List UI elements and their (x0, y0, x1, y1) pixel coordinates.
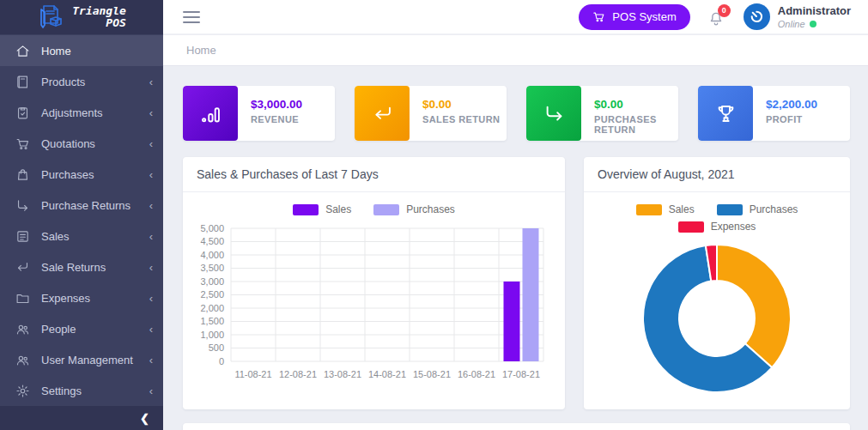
stat-card-purchases-return: $0.00 PURCHASES RETURN (526, 86, 678, 141)
topbar-right: POS System 0 Administrator Online (579, 3, 851, 30)
sidebar-item-purchases[interactable]: Purchases ‹ (0, 159, 163, 190)
bottom-card-partial (183, 423, 850, 430)
stat-card-profit: $2,200.00 PROFIT (698, 86, 850, 141)
chevron-left-icon: ‹ (149, 261, 153, 274)
legend-item-purchases[interactable]: Purchases (373, 203, 455, 215)
dashboard-page: Triangle POS Home Products ‹ Adjustments… (0, 0, 868, 430)
stat-value: $2,200.00 (766, 98, 817, 111)
sidebar-item-label: Home (41, 45, 153, 58)
main-content: $3,000.00 REVENUE $0.00 SALES RETURN $ (163, 66, 868, 430)
sidebar-item-label: Adjustments (41, 106, 149, 119)
folder-icon (15, 291, 30, 306)
donut-chart-svg (597, 236, 837, 401)
sidebar-collapse-toggle[interactable]: ❮ (0, 406, 163, 430)
stat-card-revenue: $3,000.00 REVENUE (183, 86, 335, 141)
overview-chart-card: Overview of August, 2021 Sales Purchases (584, 157, 850, 409)
legend-item-sales[interactable]: Sales (293, 203, 351, 215)
user-name: Administrator (778, 4, 851, 18)
chart-card-header: Overview of August, 2021 (584, 157, 850, 192)
topbar: POS System 0 Administrator Online (163, 0, 868, 34)
stat-label: SALES RETURN (422, 114, 500, 124)
legend-item-expenses[interactable]: Expenses (678, 221, 756, 233)
sidebar-item-purchase-returns[interactable]: Purchase Returns ‹ (0, 190, 163, 221)
sidebar-item-quotations[interactable]: Quotations ‹ (0, 128, 163, 159)
sidebar-item-people[interactable]: People ‹ (0, 313, 163, 344)
sidebar-item-label: Products (41, 76, 149, 88)
hamburger-menu-icon[interactable] (183, 8, 200, 27)
svg-text:2,500: 2,500 (200, 289, 224, 300)
cart-icon (15, 136, 30, 151)
sidebar-item-label: User Management (41, 354, 149, 366)
bar-chart-icon (183, 86, 238, 141)
sidebar-item-sale-returns[interactable]: Sale Returns ‹ (0, 251, 163, 282)
svg-text:17-08-21: 17-08-21 (502, 369, 540, 379)
svg-text:3,000: 3,000 (200, 276, 224, 287)
sidebar-nav: Home Products ‹ Adjustments ‹ Quotations… (0, 35, 163, 406)
sidebar: Triangle POS Home Products ‹ Adjustments… (0, 0, 163, 430)
sidebar-item-label: Sale Returns (41, 261, 149, 274)
chart-title: Sales & Purchases of Last 7 Days (197, 167, 379, 181)
pos-system-button[interactable]: POS System (579, 4, 689, 30)
sidebar-item-label: Settings (41, 385, 149, 397)
chart-title: Overview of August, 2021 (598, 167, 735, 181)
sidebar-item-user-management[interactable]: User Management ‹ (0, 344, 163, 375)
power-icon (745, 5, 768, 28)
arrow-return-right-icon (15, 198, 30, 213)
user-info: Administrator Online (778, 4, 851, 28)
svg-text:13-08-21: 13-08-21 (324, 369, 361, 379)
sidebar-item-sales[interactable]: Sales ‹ (0, 221, 163, 251)
chevron-left-icon: ‹ (149, 137, 153, 150)
sidebar-item-label: Quotations (41, 137, 149, 150)
bar-chart-svg: 05001,0001,5002,0002,5003,0003,5004,0004… (190, 217, 550, 394)
arrow-return-left-icon (15, 260, 30, 275)
svg-text:0: 0 (219, 356, 224, 366)
sidebar-item-label: People (41, 323, 149, 336)
svg-text:11-08-21: 11-08-21 (234, 369, 271, 379)
home-icon (15, 44, 30, 58)
logo[interactable]: Triangle POS (0, 0, 163, 34)
clipboard-icon (15, 106, 30, 120)
invoice-icon (15, 229, 30, 244)
svg-text:2,000: 2,000 (200, 303, 224, 313)
stat-label: PROFIT (766, 114, 817, 124)
user-status: Online (778, 19, 851, 29)
legend-swatch (636, 204, 662, 215)
svg-text:12-08-21: 12-08-21 (279, 369, 317, 379)
sidebar-item-settings[interactable]: Settings ‹ (0, 375, 163, 406)
stat-value: $0.00 (422, 98, 500, 111)
svg-text:3,500: 3,500 (200, 263, 224, 273)
return-arrow-icon (355, 86, 410, 141)
user-menu[interactable]: Administrator Online (744, 3, 851, 30)
legend-item-purchases[interactable]: Purchases (717, 203, 798, 215)
legend-item-sales[interactable]: Sales (636, 203, 695, 215)
sidebar-item-label: Expenses (41, 292, 149, 305)
chevron-left-icon: ‹ (149, 323, 153, 336)
donut-legend-row-1: Sales Purchases (584, 203, 850, 215)
people-icon (15, 322, 30, 336)
sidebar-item-label: Sales (41, 230, 149, 243)
sidebar-item-products[interactable]: Products ‹ (0, 66, 163, 97)
sidebar-item-adjustments[interactable]: Adjustments ‹ (0, 97, 163, 128)
breadcrumb-bar: Home (163, 35, 868, 66)
svg-text:5,000: 5,000 (200, 223, 224, 233)
corner-arrow-icon (526, 86, 581, 141)
book-icon (15, 75, 30, 89)
stats-row: $3,000.00 REVENUE $0.00 SALES RETURN $ (183, 86, 850, 141)
people-icon (15, 353, 30, 367)
sidebar-item-label: Purchases (41, 168, 149, 181)
sidebar-item-expenses[interactable]: Expenses ‹ (0, 282, 163, 313)
donut-chart (584, 236, 850, 401)
chevron-left-icon: ‹ (149, 199, 153, 212)
breadcrumb[interactable]: Home (186, 44, 216, 57)
notifications-button[interactable]: 0 (707, 7, 726, 27)
sidebar-item-home[interactable]: Home (0, 35, 163, 66)
gear-icon (15, 384, 30, 398)
chevron-left-icon: ‹ (149, 76, 153, 88)
stat-value: $0.00 (594, 98, 678, 111)
online-status-dot (810, 21, 816, 27)
stat-value: $3,000.00 (251, 98, 302, 111)
svg-text:15-08-21: 15-08-21 (413, 369, 451, 379)
legend-swatch (293, 204, 319, 215)
sidebar-item-label: Purchase Returns (41, 199, 149, 212)
collapse-chevron-icon: ❮ (140, 412, 149, 425)
